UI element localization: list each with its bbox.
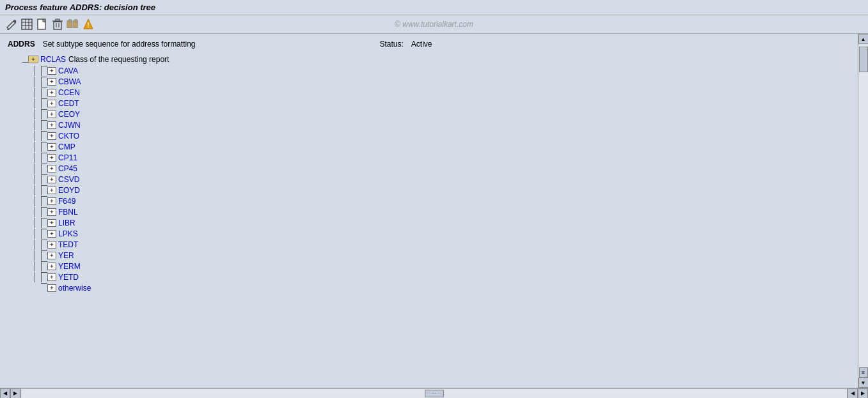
box-icon[interactable]: +	[47, 219, 56, 227]
box-icon[interactable]: +	[47, 100, 56, 107]
box-icon[interactable]: +	[47, 187, 56, 194]
tree-item: +CJWN	[35, 120, 850, 130]
tree-item: +CP45	[35, 164, 850, 174]
box-icon[interactable]: +	[47, 111, 56, 118]
box-icon[interactable]: +	[47, 165, 56, 172]
box-icon[interactable]: +	[47, 241, 56, 249]
box-icon[interactable]: +	[47, 252, 56, 259]
tree-item: +LPKS	[35, 229, 850, 239]
box-icon[interactable]: +	[47, 176, 56, 183]
tree-item: +FBNL	[35, 207, 850, 217]
node-label: CMP	[58, 142, 75, 151]
scroll-up-button[interactable]: ▲	[858, 34, 869, 44]
warning-icon[interactable]: !	[82, 18, 95, 31]
edit-icon[interactable]	[5, 18, 18, 31]
box-icon[interactable]: +	[47, 208, 56, 216]
tree-area: ADDRS Set subtype sequence for address f…	[0, 34, 858, 388]
tree-item: +CMP	[35, 142, 850, 152]
status-label: Status:	[379, 39, 403, 49]
scroll-track: ≡	[858, 44, 869, 378]
scroll-right2-button[interactable]: ◀	[848, 388, 858, 399]
delete-icon[interactable]	[51, 18, 64, 31]
node-label: EOYD	[58, 186, 80, 195]
box-icon[interactable]: +	[47, 263, 56, 270]
tree-children: +CAVA+CBWA+CCEN+CEDT+CEOY+CJWN+CKTO+CMP+…	[35, 66, 850, 293]
tree-item: +YER	[35, 250, 850, 261]
scroll-thumb[interactable]	[859, 47, 868, 72]
box-icon[interactable]: +	[47, 230, 56, 238]
watermark: © www.tutorialkart.com	[395, 20, 473, 29]
node-label: F649	[58, 197, 75, 206]
scroll-left-button[interactable]: ◀	[0, 388, 10, 399]
tree-item: +CEOY	[35, 109, 850, 119]
node-label: CEDT	[58, 99, 79, 108]
box-icon[interactable]: +	[47, 154, 56, 162]
node-label: TEDT	[58, 240, 78, 249]
node-label: CCEN	[58, 88, 80, 97]
node-label: CJWN	[58, 121, 81, 130]
status-value: Active	[411, 39, 432, 49]
node-label: CAVA	[58, 66, 78, 75]
tree-item: +LIBR	[35, 218, 850, 228]
bottom-scroll-thumb[interactable]: ···	[425, 390, 444, 397]
right-scrollbar[interactable]: ▲ ≡ ▼	[858, 34, 868, 388]
scroll-resize-handle[interactable]: ≡	[859, 367, 868, 378]
node-label: YETD	[58, 273, 79, 282]
root-desc: Class of the requesting report	[68, 54, 169, 65]
toolbar: ! © www.tutorialkart.com	[0, 15, 868, 34]
scroll-down-button[interactable]: ▼	[858, 378, 869, 388]
box-icon[interactable]: +	[47, 89, 56, 96]
tree-item: +CBWA	[35, 77, 850, 87]
tree-item: +YETD	[35, 272, 850, 282]
node-label: CKTO	[58, 132, 79, 141]
node-label: YER	[58, 251, 74, 260]
box-icon[interactable]: +	[47, 197, 56, 205]
box-icon[interactable]: +	[47, 132, 56, 140]
feature-desc: Set subtype sequence for address formatt…	[43, 39, 196, 49]
svg-rect-7	[54, 22, 61, 29]
box-icon[interactable]: +	[47, 121, 56, 129]
node-label: YERM	[58, 262, 81, 271]
node-label: CP45	[58, 164, 77, 173]
tree-item: +TEDT	[35, 240, 850, 250]
svg-rect-1	[22, 19, 32, 29]
node-label: CSVD	[58, 175, 79, 184]
tree-item: +CKTO	[35, 131, 850, 141]
scroll-right-button[interactable]: ▶	[10, 388, 20, 399]
node-label: CBWA	[58, 77, 81, 86]
page-title: Process feature ADDRS: decision tree	[5, 3, 155, 12]
box-icon[interactable]: +	[47, 273, 56, 281]
tree-item: +CCEN	[35, 88, 850, 98]
svg-rect-15	[75, 20, 77, 22]
table-icon[interactable]	[20, 18, 33, 31]
svg-text:!: !	[87, 22, 89, 29]
tree-item: +YERM	[35, 261, 850, 272]
node-label: FBNL	[58, 208, 78, 217]
new-doc-icon[interactable]	[36, 18, 49, 31]
box-icon[interactable]: +	[47, 78, 56, 86]
tree-item: +otherwise	[35, 283, 850, 293]
tree-item: +CSVD	[35, 174, 850, 185]
layout-icon[interactable]	[67, 18, 79, 31]
bottom-scrollbar[interactable]: ···	[20, 388, 848, 399]
node-label: LPKS	[58, 229, 78, 238]
box-icon[interactable]: +	[47, 67, 56, 75]
title-bar: Process feature ADDRS: decision tree	[0, 0, 868, 15]
svg-rect-14	[69, 20, 72, 22]
node-label: CP11	[58, 153, 77, 162]
bottom-bar: ◀ ▶ ··· ◀ ▶	[0, 388, 868, 398]
node-label: otherwise	[58, 284, 91, 293]
tree-item: +EOYD	[35, 185, 850, 195]
svg-rect-9	[56, 19, 59, 21]
box-icon[interactable]: +	[47, 284, 56, 292]
node-label: CEOY	[58, 110, 80, 119]
tree-item: +F649	[35, 196, 850, 206]
feature-name-label: ADDRS	[8, 39, 35, 49]
root-folder-icon[interactable]: +	[28, 56, 38, 63]
root-label: RCLAS	[40, 54, 66, 65]
box-icon[interactable]: +	[47, 143, 56, 151]
tree-root: + RCLAS Class of the requesting report +…	[15, 54, 850, 293]
tree-item: +CP11	[35, 153, 850, 163]
tree-item: +CAVA	[35, 66, 850, 76]
scroll-right3-button[interactable]: ▶	[858, 388, 868, 399]
